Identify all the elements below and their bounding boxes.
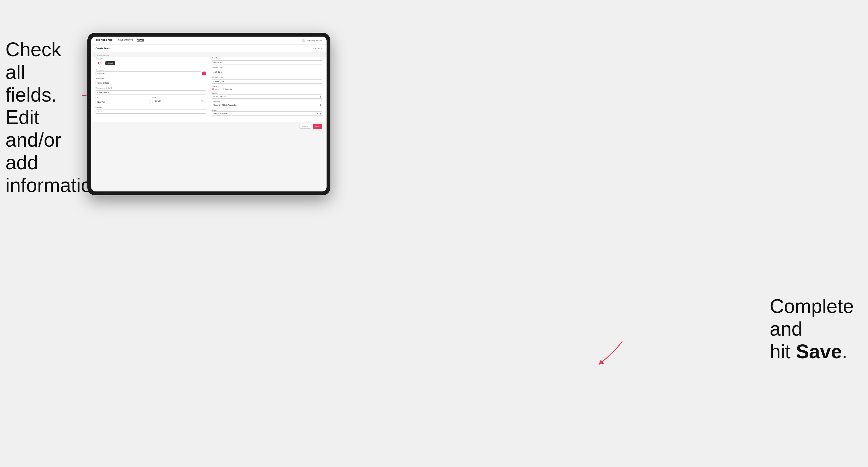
annotation-line2: Edit and/or add [5, 106, 61, 174]
region-arrow-icon: ▴▾ [320, 113, 321, 115]
logo-upload-area: C Upload [96, 59, 206, 67]
region-select-wrapper: Region II - (M) DIII ✕ ▴▾ [212, 112, 322, 116]
form-col-right: Head Coach Assistant Coach Athletic Dire… [212, 57, 322, 118]
nav-links: TOURNAMENTS TEAMS [118, 39, 302, 42]
division-label: Division [212, 92, 322, 94]
form-columns: Team logo C Upload Team colour [96, 57, 322, 118]
athletic-director-input[interactable] [212, 80, 322, 84]
color-swatch[interactable] [202, 71, 206, 75]
nav-right: Test User | Sign out [302, 39, 322, 42]
gender-mens-option[interactable]: Mens [212, 88, 219, 90]
annotation-right-line1: Complete and [770, 295, 854, 340]
logo-area: SCOREBOARD Powered by clippit [96, 39, 113, 42]
conference-select-wrapper: University Athletic Association ✕ ▴▾ [212, 103, 322, 107]
user-avatar [302, 39, 305, 42]
team-name-group: Team name [96, 77, 206, 85]
head-coach-group: Head Coach [212, 57, 322, 64]
region-clear-icon[interactable]: ✕ [317, 113, 318, 115]
assistant-coach-label: Assistant Coach [212, 67, 322, 68]
zip-label: Zip code [96, 106, 206, 108]
head-coach-label: Head Coach [212, 57, 322, 59]
city-group: City [96, 97, 150, 104]
state-label: State [152, 97, 207, 98]
save-button[interactable]: Save [313, 124, 322, 129]
logo-sub: Powered by clippit [96, 41, 113, 42]
zip-input[interactable] [96, 110, 206, 114]
division-select-wrapper: NCAA Division III ▴▾ [212, 94, 322, 99]
annotation-line1: Check all fields. [5, 38, 61, 106]
conference-select[interactable]: University Athletic Association [212, 103, 322, 107]
tablet-screen: SCOREBOARD Powered by clippit TOURNAMENT… [91, 37, 327, 191]
form-col-left: Team logo C Upload Team colour [96, 57, 206, 118]
city-label: City [96, 97, 150, 98]
section-label: TEAM DETAILS [91, 52, 327, 57]
gender-row: Mens Womens [212, 88, 322, 90]
navbar: SCOREBOARD Powered by clippit TOURNAMENT… [91, 37, 327, 45]
annotation-right-line2: hit [770, 341, 796, 363]
upload-button[interactable]: Upload [105, 61, 115, 65]
assistant-coach-group: Assistant Coach [212, 67, 322, 74]
team-colour-group: Team colour [96, 69, 206, 75]
annotation-right: Complete and hit Save. [770, 295, 863, 363]
close-icon: ✕ [320, 47, 322, 50]
annotation-right-bold: Save [796, 341, 842, 363]
arrow-right-icon [579, 336, 628, 369]
conference-label: Conference [212, 101, 322, 102]
city-state-row: City State New York ✕ ▾ [96, 97, 206, 106]
display-name-input[interactable] [96, 90, 206, 94]
region-select[interactable]: Region II - (M) DIII [212, 112, 322, 116]
display-name-label: Display name (unique) [96, 87, 206, 89]
nav-teams[interactable]: TEAMS [137, 39, 144, 42]
gender-womens-option[interactable]: Womens [222, 88, 232, 90]
sign-out-link[interactable]: Sign out [316, 40, 322, 41]
gender-group: Gender Mens Womens [212, 86, 322, 90]
team-name-label: Team name [96, 77, 206, 79]
head-coach-input[interactable] [212, 60, 322, 64]
form-footer: Cancel Save [91, 122, 327, 130]
cancel-button[interactable]: Cancel [300, 124, 311, 129]
state-select[interactable]: New York [152, 99, 207, 103]
team-name-input[interactable] [96, 81, 206, 85]
annotation-left: Check all fields. Edit and/or add inform… [5, 38, 82, 197]
team-logo-label: Team logo [96, 57, 206, 59]
cancel-header-btn[interactable]: Cancel ✕ [313, 47, 322, 50]
womens-radio-icon[interactable] [222, 88, 224, 90]
conference-group: Conference University Athletic Associati… [212, 101, 322, 107]
tablet-frame: SCOREBOARD Powered by clippit TOURNAMENT… [87, 33, 330, 195]
team-colour-label: Team colour [96, 69, 206, 71]
annotation-right-period: . [842, 341, 847, 363]
nav-tournaments[interactable]: TOURNAMENTS [118, 39, 133, 42]
assistant-coach-input[interactable] [212, 70, 322, 74]
team-logo-group: Team logo C Upload [96, 57, 206, 67]
user-name: Test User | [307, 40, 314, 41]
mens-radio-icon[interactable] [212, 88, 214, 90]
region-group: Region Region II - (M) DIII ✕ ▴▾ [212, 109, 322, 116]
logo-text: SCOREBOARD [96, 39, 113, 41]
gender-label: Gender [212, 86, 322, 87]
page-header: Create Team Cancel ✕ [91, 45, 327, 52]
form-area: Team logo C Upload Team colour [91, 57, 327, 122]
athletic-director-group: Athletic Director [212, 76, 322, 84]
region-label: Region [212, 109, 322, 111]
zip-group: Zip code [96, 106, 206, 114]
display-name-group: Display name (unique) [96, 87, 206, 94]
city-input[interactable] [96, 100, 150, 104]
state-select-wrapper: New York ✕ ▾ [152, 99, 207, 103]
color-input-row [96, 71, 206, 75]
conference-arrow-icon: ▴▾ [320, 104, 321, 106]
state-group: State New York ✕ ▾ [152, 97, 207, 104]
division-select[interactable]: NCAA Division III [212, 94, 322, 99]
page-title: Create Team [96, 47, 110, 50]
logo-circle: C [96, 59, 103, 67]
division-group: Division NCAA Division III ▴▾ [212, 92, 322, 99]
team-colour-input[interactable] [96, 71, 201, 75]
conference-clear-icon[interactable]: ✕ [317, 104, 318, 106]
athletic-director-label: Athletic Director [212, 76, 322, 78]
